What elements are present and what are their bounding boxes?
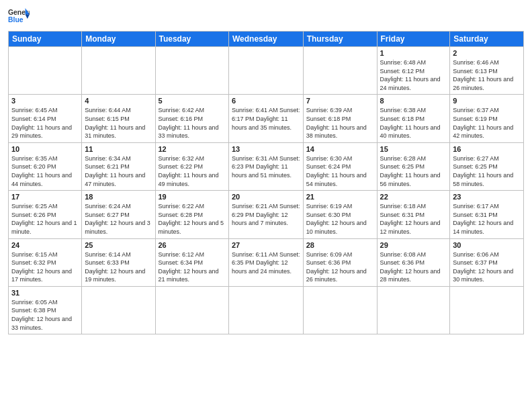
calendar-cell	[377, 286, 450, 334]
day-info: Sunrise: 6:46 AM Sunset: 6:13 PM Dayligh…	[453, 58, 521, 92]
day-number: 28	[306, 241, 374, 249]
calendar-cell: 22Sunrise: 6:18 AM Sunset: 6:31 PM Dayli…	[377, 191, 450, 238]
calendar-weekday: Wednesday	[228, 32, 303, 47]
day-info: Sunrise: 6:27 AM Sunset: 6:25 PM Dayligh…	[453, 154, 521, 188]
day-info: Sunrise: 6:34 AM Sunset: 6:21 PM Dayligh…	[85, 154, 152, 188]
day-number: 29	[380, 241, 447, 249]
day-number: 26	[159, 241, 226, 249]
calendar-cell	[82, 286, 155, 334]
day-number: 3	[11, 97, 79, 105]
calendar-cell: 18Sunrise: 6:24 AM Sunset: 6:27 PM Dayli…	[82, 191, 155, 238]
day-number: 17	[11, 193, 79, 201]
day-number: 12	[159, 145, 226, 153]
day-number: 2	[453, 49, 521, 57]
svg-text:Blue: Blue	[8, 16, 24, 24]
day-info: Sunrise: 6:28 AM Sunset: 6:25 PM Dayligh…	[380, 154, 447, 188]
page: General Blue SundayMondayTuesdayWednesda…	[0, 0, 532, 411]
calendar-cell: 19Sunrise: 6:22 AM Sunset: 6:28 PM Dayli…	[155, 191, 228, 238]
day-number: 4	[85, 97, 152, 105]
day-info: Sunrise: 6:24 AM Sunset: 6:27 PM Dayligh…	[85, 202, 152, 236]
calendar-cell: 7Sunrise: 6:39 AM Sunset: 6:18 PM Daylig…	[303, 95, 377, 142]
day-number: 9	[453, 97, 521, 105]
day-info: Sunrise: 6:22 AM Sunset: 6:28 PM Dayligh…	[159, 202, 226, 236]
day-number: 5	[159, 97, 226, 105]
calendar-cell: 13Sunrise: 6:31 AM Sunset: 6:23 PM Dayli…	[228, 142, 303, 190]
calendar-week-row: 3Sunrise: 6:45 AM Sunset: 6:14 PM Daylig…	[9, 95, 524, 142]
day-info: Sunrise: 6:48 AM Sunset: 6:12 PM Dayligh…	[380, 58, 447, 92]
day-number: 24	[11, 241, 79, 249]
day-number: 16	[453, 145, 521, 153]
day-number: 13	[232, 145, 300, 153]
day-number: 1	[380, 49, 447, 57]
day-info: Sunrise: 6:12 AM Sunset: 6:34 PM Dayligh…	[159, 250, 226, 284]
calendar-cell: 6Sunrise: 6:41 AM Sunset: 6:17 PM Daylig…	[228, 95, 303, 142]
calendar-cell	[9, 47, 82, 95]
svg-marker-3	[26, 15, 30, 19]
calendar-cell	[228, 47, 303, 95]
calendar-cell: 24Sunrise: 6:15 AM Sunset: 6:32 PM Dayli…	[9, 238, 82, 286]
day-number: 19	[159, 193, 226, 201]
calendar-cell: 2Sunrise: 6:46 AM Sunset: 6:13 PM Daylig…	[450, 47, 524, 95]
day-number: 30	[453, 241, 521, 249]
calendar-cell: 30Sunrise: 6:06 AM Sunset: 6:37 PM Dayli…	[450, 238, 524, 286]
day-number: 23	[453, 193, 521, 201]
calendar-cell: 26Sunrise: 6:12 AM Sunset: 6:34 PM Dayli…	[155, 238, 228, 286]
calendar-cell: 12Sunrise: 6:32 AM Sunset: 6:22 PM Dayli…	[155, 142, 228, 190]
day-info: Sunrise: 6:39 AM Sunset: 6:18 PM Dayligh…	[306, 106, 374, 140]
day-info: Sunrise: 6:35 AM Sunset: 6:20 PM Dayligh…	[11, 154, 79, 188]
day-info: Sunrise: 6:21 AM Sunset: 6:29 PM Dayligh…	[232, 202, 300, 228]
day-info: Sunrise: 6:30 AM Sunset: 6:24 PM Dayligh…	[306, 154, 374, 188]
day-number: 25	[85, 241, 152, 249]
calendar-cell: 3Sunrise: 6:45 AM Sunset: 6:14 PM Daylig…	[9, 95, 82, 142]
day-info: Sunrise: 6:44 AM Sunset: 6:15 PM Dayligh…	[85, 106, 152, 140]
calendar-week-row: 10Sunrise: 6:35 AM Sunset: 6:20 PM Dayli…	[9, 142, 524, 190]
calendar-weekday: Thursday	[303, 32, 377, 47]
calendar-cell: 23Sunrise: 6:17 AM Sunset: 6:31 PM Dayli…	[450, 191, 524, 238]
day-info: Sunrise: 6:09 AM Sunset: 6:36 PM Dayligh…	[306, 250, 374, 284]
calendar-cell: 10Sunrise: 6:35 AM Sunset: 6:20 PM Dayli…	[9, 142, 82, 190]
day-number: 20	[232, 193, 300, 201]
calendar-cell: 20Sunrise: 6:21 AM Sunset: 6:29 PM Dayli…	[228, 191, 303, 238]
calendar-cell: 4Sunrise: 6:44 AM Sunset: 6:15 PM Daylig…	[82, 95, 155, 142]
logo: General Blue	[8, 7, 30, 26]
day-info: Sunrise: 6:32 AM Sunset: 6:22 PM Dayligh…	[159, 154, 226, 188]
calendar-cell: 14Sunrise: 6:30 AM Sunset: 6:24 PM Dayli…	[303, 142, 377, 190]
calendar-cell: 27Sunrise: 6:11 AM Sunset: 6:35 PM Dayli…	[228, 238, 303, 286]
calendar-cell: 16Sunrise: 6:27 AM Sunset: 6:25 PM Dayli…	[450, 142, 524, 190]
calendar-weekday: Friday	[377, 32, 450, 47]
day-info: Sunrise: 6:05 AM Sunset: 6:38 PM Dayligh…	[11, 298, 79, 332]
header: General Blue	[8, 7, 524, 26]
calendar-cell	[82, 47, 155, 95]
calendar-cell: 8Sunrise: 6:38 AM Sunset: 6:18 PM Daylig…	[377, 95, 450, 142]
day-number: 27	[232, 241, 300, 249]
calendar-week-row: 17Sunrise: 6:25 AM Sunset: 6:26 PM Dayli…	[9, 191, 524, 238]
day-info: Sunrise: 6:25 AM Sunset: 6:26 PM Dayligh…	[11, 202, 79, 236]
day-info: Sunrise: 6:14 AM Sunset: 6:33 PM Dayligh…	[85, 250, 152, 284]
day-info: Sunrise: 6:08 AM Sunset: 6:36 PM Dayligh…	[380, 250, 447, 284]
calendar-cell	[228, 286, 303, 334]
calendar-cell	[450, 286, 524, 334]
calendar-cell: 21Sunrise: 6:19 AM Sunset: 6:30 PM Dayli…	[303, 191, 377, 238]
calendar-cell	[303, 47, 377, 95]
day-number: 11	[85, 145, 152, 153]
day-info: Sunrise: 6:06 AM Sunset: 6:37 PM Dayligh…	[453, 250, 521, 284]
calendar-cell: 28Sunrise: 6:09 AM Sunset: 6:36 PM Dayli…	[303, 238, 377, 286]
calendar-cell	[155, 47, 228, 95]
calendar-cell: 15Sunrise: 6:28 AM Sunset: 6:25 PM Dayli…	[377, 142, 450, 190]
calendar-cell: 1Sunrise: 6:48 AM Sunset: 6:12 PM Daylig…	[377, 47, 450, 95]
day-number: 21	[306, 193, 374, 201]
calendar-cell: 9Sunrise: 6:37 AM Sunset: 6:19 PM Daylig…	[450, 95, 524, 142]
day-info: Sunrise: 6:41 AM Sunset: 6:17 PM Dayligh…	[232, 106, 300, 132]
calendar-cell: 5Sunrise: 6:42 AM Sunset: 6:16 PM Daylig…	[155, 95, 228, 142]
calendar-weekday: Tuesday	[155, 32, 228, 47]
day-info: Sunrise: 6:42 AM Sunset: 6:16 PM Dayligh…	[159, 106, 226, 140]
day-info: Sunrise: 6:18 AM Sunset: 6:31 PM Dayligh…	[380, 202, 447, 236]
day-number: 6	[232, 97, 300, 105]
day-number: 31	[11, 289, 79, 297]
calendar-week-row: 24Sunrise: 6:15 AM Sunset: 6:32 PM Dayli…	[9, 238, 524, 286]
day-number: 22	[380, 193, 447, 201]
calendar-header-row: SundayMondayTuesdayWednesdayThursdayFrid…	[9, 32, 524, 47]
day-number: 7	[306, 97, 374, 105]
day-info: Sunrise: 6:19 AM Sunset: 6:30 PM Dayligh…	[306, 202, 374, 236]
day-info: Sunrise: 6:45 AM Sunset: 6:14 PM Dayligh…	[11, 106, 79, 140]
